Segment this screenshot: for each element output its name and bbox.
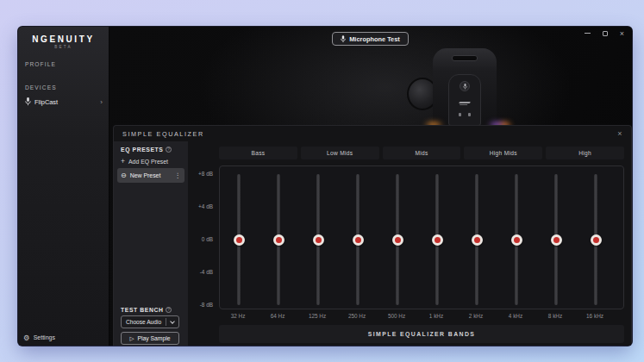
device-mute-mic-icon <box>460 81 470 91</box>
frequency-label: 32 Hz <box>218 313 258 319</box>
chevron-right-icon: › <box>100 98 103 106</box>
db-scale: +8 dB+4 dB0 dB-4 dB-8 dB <box>186 165 217 309</box>
eq-slider-knob-4-khz[interactable] <box>511 234 522 246</box>
logo-text: NGENUITY <box>18 34 109 44</box>
eq-slider-knob-64-hz[interactable] <box>273 234 284 246</box>
db-tick-label: +8 dB <box>198 171 213 177</box>
device-top-slot <box>452 55 478 61</box>
db-tick-label: 0 dB <box>202 236 213 242</box>
device-brand-logo <box>459 102 471 103</box>
microphone-icon <box>25 97 31 106</box>
app-logo: NGENUITY BETA <box>18 34 109 49</box>
band-button-low-mids[interactable]: Low Mids <box>301 147 379 159</box>
chevron-down-icon <box>166 321 178 323</box>
add-eq-preset-label: Add EQ Preset <box>128 159 168 165</box>
add-eq-preset-button[interactable]: + Add EQ Preset <box>121 158 168 165</box>
app-window: × Microphone Test <box>18 27 632 346</box>
logo-beta-tag: BETA <box>18 45 109 49</box>
maximize-icon[interactable] <box>600 28 610 38</box>
plus-icon: + <box>121 158 125 165</box>
play-sample-label: Play Sample <box>137 335 170 341</box>
device-name-label: FlipCast <box>34 98 97 106</box>
frequency-label: 125 Hz <box>297 313 337 319</box>
frequency-label-row: 32 Hz64 Hz125 Hz250 Hz500 Hz1 kHz2 kHz4 … <box>219 313 624 321</box>
simple-equalizer-panel: SIMPLE EQUALIZER × EQ PRESETS ? + Add EQ… <box>113 125 632 346</box>
help-icon[interactable]: ? <box>166 147 172 153</box>
panel-close-icon[interactable]: × <box>615 128 625 139</box>
preset-name-label: New Preset <box>130 172 172 178</box>
eq-presets-header-label: EQ PRESETS <box>121 147 163 153</box>
frequency-label: 8 kHz <box>535 313 575 319</box>
equalizer-panel-header: SIMPLE EQUALIZER <box>114 126 631 141</box>
eq-slider-knob-16-khz[interactable] <box>591 234 602 246</box>
band-button-mids[interactable]: Mids <box>383 147 461 159</box>
eq-presets-panel: EQ PRESETS ? + Add EQ Preset ⊖ New Prese… <box>114 141 188 346</box>
window-controls: × <box>583 28 627 39</box>
play-sample-button[interactable]: ▷ Play Sample <box>121 332 179 345</box>
frequency-label: 1 kHz <box>416 313 456 319</box>
db-tick-label: +4 dB <box>198 203 213 209</box>
choose-audio-select[interactable]: Choose Audio <box>121 315 179 328</box>
frequency-label: 250 Hz <box>337 313 377 319</box>
play-icon: ▷ <box>129 335 134 342</box>
equalizer-panel-title: SIMPLE EQUALIZER <box>114 130 204 138</box>
eq-slider-knob-500-hz[interactable] <box>392 234 403 246</box>
settings-label: Settings <box>34 334 55 340</box>
db-tick-label: -4 dB <box>200 269 213 275</box>
choose-audio-value: Choose Audio <box>122 319 166 325</box>
eq-slider-frame <box>219 165 624 309</box>
sidebar-section-devices: DEVICES <box>25 84 57 90</box>
db-tick-label: -8 dB <box>200 302 213 308</box>
eq-slider-knob-8-khz[interactable] <box>551 234 562 246</box>
sidebar-section-profile[interactable]: PROFILE <box>25 61 56 67</box>
eq-slider-knob-125-hz[interactable] <box>313 234 324 246</box>
microphone-test-label: Microphone Test <box>349 35 400 43</box>
device-bottom-icons <box>449 113 480 116</box>
eq-slider-knob-250-hz[interactable] <box>353 234 364 246</box>
frequency-label: 500 Hz <box>377 313 416 319</box>
eq-presets-header: EQ PRESETS ? <box>121 147 172 153</box>
microphone-device-image <box>433 48 497 126</box>
eq-slider-knob-2-khz[interactable] <box>472 234 483 246</box>
close-icon[interactable]: × <box>617 28 627 38</box>
minimize-icon[interactable] <box>583 28 592 38</box>
band-group-row: BassLow MidsMidsHigh MidsHigh <box>219 147 624 159</box>
microphone-icon <box>341 35 346 43</box>
frequency-label: 16 kHz <box>575 313 615 319</box>
eq-slider-knob-32-hz[interactable] <box>234 234 245 246</box>
microphone-test-button[interactable]: Microphone Test <box>332 32 409 46</box>
sidebar: NGENUITY BETA PROFILE DEVICES FlipCast ›… <box>18 27 109 346</box>
preset-icon: ⊖ <box>121 172 127 179</box>
sidebar-item-flipcast[interactable]: FlipCast › <box>22 95 106 109</box>
test-bench-header: TEST BENCH ? <box>121 307 172 313</box>
frequency-label: 2 kHz <box>456 313 496 319</box>
simple-equalizer-bands-bar: SIMPLE EQUALIZER BANDS <box>219 325 624 343</box>
band-button-high-mids[interactable]: High Mids <box>464 147 542 159</box>
kebab-menu-icon[interactable]: ⋮ <box>175 172 182 179</box>
band-button-high[interactable]: High <box>546 147 624 159</box>
device-front-plate <box>448 74 481 126</box>
frequency-label: 64 Hz <box>258 313 297 319</box>
eq-slider-knob-1-khz[interactable] <box>432 234 443 246</box>
frequency-label: 4 kHz <box>496 313 535 319</box>
settings-button[interactable]: ⚙ Settings <box>23 334 55 342</box>
simple-equalizer-bands-label: SIMPLE EQUALIZER BANDS <box>368 331 476 337</box>
desktop-background: × Microphone Test <box>0 0 644 362</box>
band-button-bass[interactable]: Bass <box>219 147 297 159</box>
gear-icon: ⚙ <box>23 334 30 342</box>
test-bench-header-label: TEST BENCH <box>121 307 163 313</box>
help-icon[interactable]: ? <box>166 307 172 313</box>
preset-item-new-preset[interactable]: ⊖ New Preset ⋮ <box>117 168 184 183</box>
